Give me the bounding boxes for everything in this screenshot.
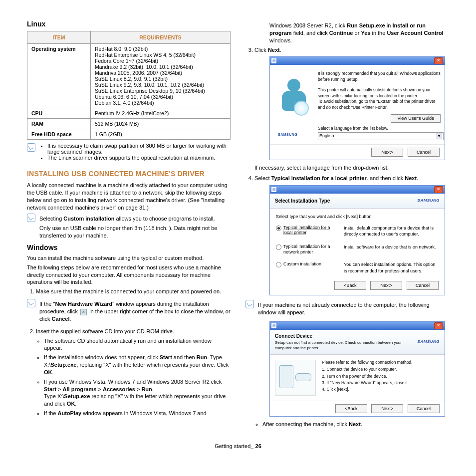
cpu-value: Pentium IV 2.4GHz (IntelCore2) — [91, 108, 231, 119]
text: Click — [254, 47, 268, 53]
footer-text: Getting started_ — [215, 443, 255, 449]
note-body: If your machine is not already connected… — [258, 299, 449, 318]
text: . and then click — [367, 175, 405, 181]
step-text: Insert the supplied software CD into you… — [36, 328, 174, 334]
language-select[interactable]: English ▼ — [318, 132, 444, 140]
next-button[interactable]: Next> — [371, 404, 403, 413]
radio-label: Typical installation for a network print… — [283, 244, 336, 255]
after-d3-bullet: After connecting the machine, click Next… — [262, 421, 449, 428]
d3-step: 2. Turn on the power of the device. — [322, 374, 440, 379]
dialog-title: Connect Device — [275, 333, 418, 340]
dialog-content: Please refer to the following connection… — [322, 360, 440, 396]
bold-text: Next — [268, 47, 280, 53]
note-block: If the "New Hardware Wizard" window appe… — [27, 298, 231, 325]
bold-text: All programs — [63, 386, 97, 392]
back-button[interactable]: <Back — [334, 281, 366, 290]
dialog-prompt: Select type that you want and click [Nex… — [276, 214, 439, 220]
note-block: Selecting Custom installation allows you… — [27, 213, 231, 241]
text: Selecting — [39, 216, 63, 222]
d3-step: 3. If "New Hardware Wizard" appears, clo… — [322, 380, 440, 386]
table-row: RAM 512 MB (1024 MB) — [27, 119, 231, 129]
page-footer: Getting started_ 26 — [27, 443, 449, 449]
close-button[interactable]: ✕ — [434, 322, 443, 329]
bold-text: Run Setup.exe — [347, 22, 385, 28]
note-icon — [27, 143, 35, 152]
note-icon — [27, 299, 35, 307]
d3-step: 1. Connect the device to your computer. — [322, 367, 440, 372]
note-block: If your machine is not already connected… — [245, 299, 449, 318]
text: and then — [172, 354, 197, 360]
cancel-button[interactable]: Cancel — [408, 148, 440, 157]
bold-text: Continue — [329, 30, 353, 36]
radio-icon — [276, 262, 281, 267]
app-icon: ▧ — [271, 323, 276, 328]
bold-text: Accessories — [103, 386, 135, 392]
note-icon — [245, 300, 254, 308]
sub-bullets: The software CD should automatically run… — [36, 337, 231, 417]
dialog-text: To avoid substitution, go to the "Extras… — [318, 99, 435, 109]
steps-list-cont: Click Next. ▧ ✕ — [245, 46, 449, 428]
text: Windows 2008 Server R2, click — [269, 22, 347, 28]
text: . — [361, 421, 362, 427]
bold-text: Custom installation — [63, 216, 114, 222]
note-body: Selecting Custom installation allows you… — [39, 213, 231, 241]
bold-text: Next — [349, 421, 361, 427]
text: windows. — [269, 37, 292, 43]
sub-bullet: If the installation window does not appe… — [44, 354, 231, 376]
windows-paragraph: You can install the machine software usi… — [27, 254, 231, 262]
text: Type X:\ — [44, 393, 64, 399]
bold-text: Start — [160, 354, 172, 360]
language-dialog: ▧ ✕ SAMSUNG — [269, 56, 445, 160]
steps-list: Make sure that the machine is connected … — [27, 288, 231, 417]
cancel-button[interactable]: Cancel — [408, 404, 440, 413]
table-header-item: ITEM — [27, 31, 91, 44]
text: After connecting the machine, click — [262, 421, 349, 427]
radio-option-custom[interactable]: Custom installation You can select insta… — [276, 261, 439, 273]
chevron-down-icon: ▼ — [436, 133, 442, 139]
text: > — [135, 386, 142, 392]
bold-text: User Account Control — [387, 30, 443, 36]
install-paragraph: A locally connected machine is a machine… — [27, 182, 231, 211]
hdd-value: 1 GB (2GB) — [91, 129, 231, 140]
back-button[interactable]: <Back — [335, 404, 367, 413]
cancel-button[interactable]: Cancel — [407, 281, 439, 290]
dialog-title: Select Installation Type — [275, 198, 330, 205]
installing-heading: INSTALLING USB CONNECTED MACHINE'S DRIVE… — [27, 170, 231, 178]
next-button[interactable]: Next> — [371, 148, 403, 157]
radio-desc: Install software for a device that is on… — [344, 244, 439, 250]
install-type-dialog: ▧ ✕ Select Installation Type SAMSUNG Sel… — [269, 185, 445, 295]
d3-step: 4. Click [Next]. — [322, 387, 440, 392]
text: allows you to choose programs to install… — [114, 216, 215, 222]
close-button[interactable]: ✕ — [434, 186, 443, 193]
view-guide-button[interactable]: View User's Guide — [391, 114, 441, 123]
text: If the " — [39, 301, 55, 307]
next-button[interactable]: Next> — [370, 281, 402, 290]
after-d1-text: If necessary, select a language from the… — [254, 164, 449, 172]
bold-text: OK — [44, 369, 52, 375]
page-number: 26 — [255, 443, 261, 449]
radio-icon — [276, 226, 281, 231]
note-bullet: It is necessary to claim swap partition … — [47, 143, 231, 155]
radio-label: Custom installation — [283, 261, 321, 267]
bold-text: AutoPlay — [58, 410, 82, 416]
note-bullet: The Linux scanner driver supports the op… — [47, 155, 231, 161]
text: > — [56, 386, 63, 392]
windows-paragraph: The following steps below are recommende… — [27, 264, 231, 286]
hdd-label: Free HDD space — [27, 129, 91, 140]
radio-option-network[interactable]: Typical installation for a network print… — [276, 244, 439, 255]
language-value: English — [319, 133, 334, 139]
text: Only use an USB cable no longer then 3m … — [39, 225, 231, 239]
note-body: It is necessary to claim swap partition … — [39, 143, 231, 161]
cpu-label: CPU — [27, 108, 91, 119]
os-label: Operating system — [27, 44, 91, 108]
close-button[interactable]: ✕ — [434, 57, 443, 64]
step-item: Click Next. ▧ ✕ — [254, 46, 449, 172]
samsung-logo: SAMSUNG — [278, 132, 297, 137]
text: . — [152, 386, 154, 392]
dialog-content: It is strongly recommended that you quit… — [318, 69, 441, 140]
radio-option-local[interactable]: Typical installation for a local printer… — [276, 225, 439, 237]
radio-desc: You can select installation options. Thi… — [344, 261, 439, 273]
note-text: If your machine is not already connected… — [258, 301, 449, 316]
bold-text: Start — [44, 386, 56, 392]
bold-text: Yes — [361, 30, 370, 36]
